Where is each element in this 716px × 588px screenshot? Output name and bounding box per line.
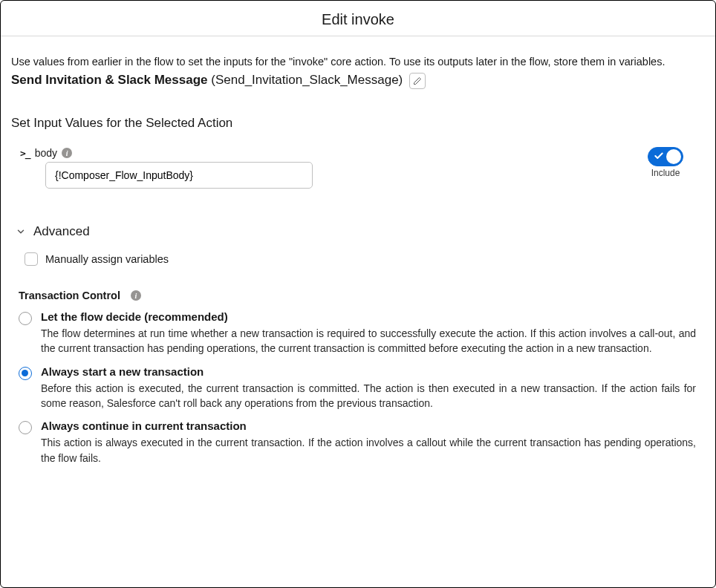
dialog-content: Use values from earlier in the flow to s… (1, 36, 715, 466)
manual-assign-label: Manually assign variables (45, 253, 169, 265)
dialog-frame: Edit invoke Use values from earlier in t… (0, 0, 716, 588)
formula-icon: >_ (20, 148, 30, 159)
radio-always-new-transaction: Always start a new transaction Before th… (19, 365, 705, 411)
transaction-control-heading-row: Transaction Control i (19, 290, 705, 301)
advanced-heading-text: Advanced (33, 224, 90, 239)
radio-desc: Before this action is executed, the curr… (41, 381, 696, 411)
action-label: Send Invitation & Slack Message (11, 74, 208, 88)
advanced-header[interactable]: Advanced (11, 224, 705, 239)
radio-title: Always start a new transaction (41, 365, 696, 378)
radio-let-flow-decide: Let the flow decide (recommended) The fl… (19, 310, 705, 356)
radio-button[interactable] (19, 367, 32, 380)
manual-assign-row: Manually assign variables (25, 252, 705, 266)
radio-desc: This action is always executed in the cu… (41, 435, 696, 466)
radio-button[interactable] (19, 421, 32, 434)
info-icon[interactable]: i (131, 290, 141, 301)
intro-text: Use values from earlier in the flow to s… (11, 54, 705, 70)
inputs-section-title: Set Input Values for the Selected Action (11, 116, 705, 131)
manual-assign-checkbox[interactable] (25, 252, 38, 266)
action-name-row: Send Invitation & Slack Message (Send_In… (11, 73, 705, 89)
action-api-name: (Send_Invitation_Slack_Message) (211, 74, 403, 88)
radio-continue-current-transaction: Always continue in current transaction T… (19, 419, 705, 466)
radio-button[interactable] (19, 312, 32, 325)
chevron-down-icon (16, 226, 26, 237)
edit-label-button[interactable] (409, 73, 426, 89)
include-label: Include (639, 168, 691, 178)
body-input[interactable] (45, 162, 313, 189)
check-icon (654, 151, 664, 163)
input-row-body: >_ body i Include (11, 147, 705, 189)
pencil-icon (413, 76, 422, 85)
field-label-row: >_ body i (20, 147, 639, 159)
radio-title: Always continue in current transaction (41, 419, 696, 432)
include-column: Include (639, 147, 691, 178)
field-label: body (35, 147, 57, 159)
transaction-control-heading: Transaction Control (19, 290, 120, 301)
info-icon[interactable]: i (62, 148, 72, 158)
radio-desc: The flow determines at run time whether … (41, 326, 696, 356)
dialog-title: Edit invoke (1, 11, 715, 28)
transaction-control-radios: Let the flow decide (recommended) The fl… (19, 310, 705, 466)
include-toggle[interactable] (648, 147, 683, 166)
radio-title: Let the flow decide (recommended) (41, 310, 696, 323)
dialog-header: Edit invoke (1, 1, 715, 36)
